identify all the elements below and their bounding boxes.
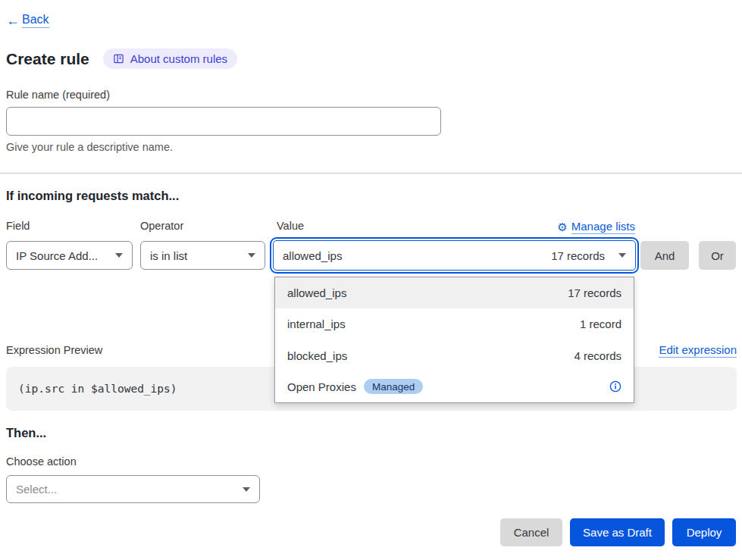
list-option-allowed-ips[interactable]: allowed_ips 17 records — [275, 277, 634, 308]
list-count: 17 records — [568, 286, 621, 299]
expression-code: (ip.src in $allowed_ips) — [18, 383, 177, 395]
back-link[interactable]: ← Back — [6, 13, 49, 28]
back-arrow-icon: ← — [6, 14, 20, 27]
list-option-open-proxies[interactable]: Open Proxies Managed — [275, 371, 634, 402]
manage-lists-label: Manage lists — [571, 220, 635, 234]
value-select-name: allowed_ips — [283, 249, 342, 262]
info-icon[interactable] — [609, 380, 621, 393]
field-select[interactable]: IP Source Add... — [6, 241, 133, 270]
gear-icon: ⚙ — [557, 221, 567, 233]
rule-name-input[interactable] — [6, 107, 441, 136]
about-custom-rules-label: About custom rules — [130, 52, 227, 65]
chevron-down-icon — [618, 253, 626, 258]
operator-select[interactable]: is in list — [140, 241, 265, 270]
value-select-count: 17 records — [551, 249, 605, 262]
value-select-focus-ring: allowed_ips 17 records — [270, 237, 639, 274]
chevron-down-icon — [243, 487, 250, 492]
chevron-down-icon — [248, 253, 255, 258]
then-section-heading: Then... — [6, 426, 46, 440]
list-name: internal_ips — [287, 318, 346, 330]
choose-action-label: Choose action — [6, 455, 77, 468]
expression-preview-label: Expression Preview — [6, 344, 102, 356]
rule-name-label: Rule name (required) — [6, 89, 110, 101]
deploy-button[interactable]: Deploy — [672, 518, 736, 546]
list-option-internal-ips[interactable]: internal_ips 1 record — [275, 308, 634, 339]
page-header: Create rule About custom rules — [6, 48, 237, 69]
value-select[interactable]: allowed_ips 17 records — [273, 240, 636, 271]
list-name: blocked_ips — [287, 349, 347, 362]
rule-name-helper: Give your rule a descriptive name. — [6, 141, 173, 153]
list-name: allowed_ips — [287, 286, 346, 299]
field-select-value: IP Source Add... — [16, 249, 98, 262]
list-dropdown: allowed_ips 17 records internal_ips 1 re… — [274, 277, 634, 403]
action-select-placeholder: Select... — [16, 483, 57, 496]
page-title: Create rule — [6, 50, 89, 68]
operator-select-value: is in list — [150, 249, 187, 262]
section-divider — [0, 173, 742, 174]
book-icon — [113, 53, 124, 64]
edit-expression-link[interactable]: Edit expression — [659, 343, 737, 358]
list-count: 4 records — [574, 349, 621, 362]
edit-expression-label: Edit expression — [659, 343, 737, 358]
or-button[interactable]: Or — [699, 241, 736, 270]
list-count: 1 record — [580, 318, 621, 330]
chevron-down-icon — [115, 253, 123, 258]
action-select[interactable]: Select... — [6, 475, 260, 503]
managed-badge: Managed — [364, 379, 423, 394]
back-link-label: Back — [22, 13, 49, 28]
value-label: Value — [277, 220, 304, 232]
manage-lists-link[interactable]: ⚙ Manage lists — [557, 220, 635, 234]
cancel-button[interactable]: Cancel — [500, 518, 562, 546]
match-section-heading: If incoming requests match... — [6, 189, 179, 203]
field-label: Field — [6, 220, 30, 232]
operator-label: Operator — [140, 220, 183, 232]
list-option-blocked-ips[interactable]: blocked_ips 4 records — [275, 340, 634, 371]
save-as-draft-button[interactable]: Save as Draft — [570, 518, 665, 546]
create-rule-page: ← Back Create rule About custom rules Ru… — [0, 0, 742, 560]
about-custom-rules-link[interactable]: About custom rules — [103, 48, 237, 69]
and-button[interactable]: And — [640, 241, 689, 270]
list-name: Open Proxies — [287, 380, 356, 393]
